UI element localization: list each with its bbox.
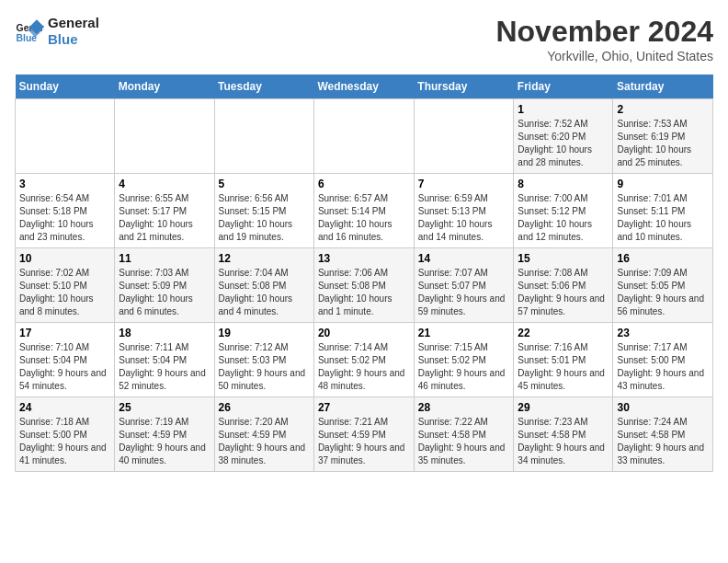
calendar-cell: 15Sunrise: 7:08 AM Sunset: 5:06 PM Dayli… — [514, 248, 613, 323]
calendar-cell: 6Sunrise: 6:57 AM Sunset: 5:14 PM Daylig… — [313, 174, 414, 248]
day-number: 2 — [617, 103, 709, 116]
day-number: 16 — [617, 252, 709, 265]
day-info: Sunrise: 7:52 AM Sunset: 6:20 PM Dayligh… — [518, 118, 609, 169]
day-info: Sunrise: 7:00 AM Sunset: 5:12 PM Dayligh… — [518, 192, 609, 244]
day-info: Sunrise: 7:21 AM Sunset: 4:59 PM Dayligh… — [318, 416, 410, 467]
day-number: 22 — [518, 327, 609, 339]
calendar-cell: 28Sunrise: 7:22 AM Sunset: 4:58 PM Dayli… — [414, 397, 514, 472]
calendar-cell: 14Sunrise: 7:07 AM Sunset: 5:07 PM Dayli… — [414, 248, 514, 323]
day-number: 9 — [617, 178, 709, 190]
day-number: 25 — [119, 401, 210, 414]
day-info: Sunrise: 7:04 AM Sunset: 5:08 PM Dayligh… — [219, 267, 310, 318]
calendar-cell: 2Sunrise: 7:53 AM Sunset: 6:19 PM Daylig… — [613, 99, 713, 174]
day-number: 8 — [518, 178, 609, 190]
calendar-cell: 8Sunrise: 7:00 AM Sunset: 5:12 PM Daylig… — [514, 174, 613, 248]
calendar-cell: 21Sunrise: 7:15 AM Sunset: 5:02 PM Dayli… — [414, 323, 514, 397]
day-info: Sunrise: 7:18 AM Sunset: 5:00 PM Dayligh… — [19, 416, 110, 467]
day-number: 23 — [617, 327, 709, 339]
calendar-cell: 19Sunrise: 7:12 AM Sunset: 5:03 PM Dayli… — [214, 323, 313, 397]
calendar-cell: 5Sunrise: 6:56 AM Sunset: 5:15 PM Daylig… — [214, 174, 313, 248]
calendar-cell: 9Sunrise: 7:01 AM Sunset: 5:11 PM Daylig… — [613, 174, 713, 248]
day-info: Sunrise: 7:23 AM Sunset: 4:58 PM Dayligh… — [518, 416, 609, 467]
calendar-cell: 16Sunrise: 7:09 AM Sunset: 5:05 PM Dayli… — [613, 248, 713, 323]
calendar-cell — [414, 99, 514, 174]
month-title: November 2024 — [495, 15, 713, 49]
calendar-cell: 1Sunrise: 7:52 AM Sunset: 6:20 PM Daylig… — [514, 99, 613, 174]
day-number: 12 — [219, 252, 310, 265]
day-number: 14 — [418, 252, 510, 265]
logo-text-line2: Blue — [48, 31, 99, 48]
day-of-week-header: Sunday — [16, 75, 115, 99]
calendar-header: SundayMondayTuesdayWednesdayThursdayFrid… — [16, 75, 713, 99]
day-info: Sunrise: 6:54 AM Sunset: 5:18 PM Dayligh… — [19, 192, 110, 244]
day-number: 28 — [418, 401, 510, 414]
day-number: 26 — [219, 401, 310, 414]
location-subtitle: Yorkville, Ohio, United States — [495, 49, 713, 63]
calendar-cell: 10Sunrise: 7:02 AM Sunset: 5:10 PM Dayli… — [16, 248, 115, 323]
day-number: 15 — [518, 252, 609, 265]
day-number: 19 — [219, 327, 310, 339]
day-info: Sunrise: 7:02 AM Sunset: 5:10 PM Dayligh… — [19, 267, 110, 318]
day-info: Sunrise: 7:12 AM Sunset: 5:03 PM Dayligh… — [219, 341, 310, 393]
day-number: 27 — [318, 401, 410, 414]
day-info: Sunrise: 7:15 AM Sunset: 5:02 PM Dayligh… — [418, 341, 510, 393]
day-number: 17 — [19, 327, 110, 339]
day-number: 6 — [318, 178, 410, 190]
calendar-cell: 18Sunrise: 7:11 AM Sunset: 5:04 PM Dayli… — [115, 323, 214, 397]
day-info: Sunrise: 6:59 AM Sunset: 5:13 PM Dayligh… — [418, 192, 510, 244]
calendar-cell — [214, 99, 313, 174]
calendar-cell: 26Sunrise: 7:20 AM Sunset: 4:59 PM Dayli… — [214, 397, 313, 472]
day-info: Sunrise: 7:10 AM Sunset: 5:04 PM Dayligh… — [19, 341, 110, 393]
day-number: 21 — [418, 327, 510, 339]
day-info: Sunrise: 7:07 AM Sunset: 5:07 PM Dayligh… — [418, 267, 510, 318]
day-info: Sunrise: 7:22 AM Sunset: 4:58 PM Dayligh… — [418, 416, 510, 467]
day-of-week-header: Monday — [115, 75, 214, 99]
logo-text-line1: General — [48, 15, 99, 31]
day-number: 3 — [19, 178, 110, 190]
calendar-cell — [115, 99, 214, 174]
calendar-cell: 25Sunrise: 7:19 AM Sunset: 4:59 PM Dayli… — [115, 397, 214, 472]
day-info: Sunrise: 7:19 AM Sunset: 4:59 PM Dayligh… — [119, 416, 210, 467]
day-of-week-header: Wednesday — [313, 75, 414, 99]
calendar-cell: 23Sunrise: 7:17 AM Sunset: 5:00 PM Dayli… — [613, 323, 713, 397]
day-of-week-header: Tuesday — [214, 75, 313, 99]
day-info: Sunrise: 6:55 AM Sunset: 5:17 PM Dayligh… — [119, 192, 210, 244]
calendar-table: SundayMondayTuesdayWednesdayThursdayFrid… — [15, 75, 713, 472]
title-block: November 2024 Yorkville, Ohio, United St… — [495, 15, 713, 63]
calendar-cell: 30Sunrise: 7:24 AM Sunset: 4:58 PM Dayli… — [613, 397, 713, 472]
calendar-cell: 12Sunrise: 7:04 AM Sunset: 5:08 PM Dayli… — [214, 248, 313, 323]
day-number: 29 — [518, 401, 609, 414]
day-number: 18 — [119, 327, 210, 339]
day-info: Sunrise: 7:03 AM Sunset: 5:09 PM Dayligh… — [119, 267, 210, 318]
day-info: Sunrise: 7:24 AM Sunset: 4:58 PM Dayligh… — [617, 416, 709, 467]
day-number: 7 — [418, 178, 510, 190]
day-number: 1 — [518, 103, 609, 116]
day-info: Sunrise: 7:08 AM Sunset: 5:06 PM Dayligh… — [518, 267, 609, 318]
day-number: 13 — [318, 252, 410, 265]
day-number: 30 — [617, 401, 709, 414]
calendar-cell: 7Sunrise: 6:59 AM Sunset: 5:13 PM Daylig… — [414, 174, 514, 248]
day-number: 10 — [19, 252, 110, 265]
logo: General Blue General Blue — [15, 15, 99, 48]
calendar-cell: 20Sunrise: 7:14 AM Sunset: 5:02 PM Dayli… — [313, 323, 414, 397]
calendar-cell: 3Sunrise: 6:54 AM Sunset: 5:18 PM Daylig… — [16, 174, 115, 248]
day-info: Sunrise: 6:56 AM Sunset: 5:15 PM Dayligh… — [219, 192, 310, 244]
day-info: Sunrise: 7:53 AM Sunset: 6:19 PM Dayligh… — [617, 118, 709, 169]
day-info: Sunrise: 7:11 AM Sunset: 5:04 PM Dayligh… — [119, 341, 210, 393]
calendar-cell: 27Sunrise: 7:21 AM Sunset: 4:59 PM Dayli… — [313, 397, 414, 472]
day-of-week-header: Saturday — [613, 75, 713, 99]
day-number: 4 — [119, 178, 210, 190]
day-number: 5 — [219, 178, 310, 190]
day-info: Sunrise: 6:57 AM Sunset: 5:14 PM Dayligh… — [318, 192, 410, 244]
calendar-cell: 24Sunrise: 7:18 AM Sunset: 5:00 PM Dayli… — [16, 397, 115, 472]
day-info: Sunrise: 7:09 AM Sunset: 5:05 PM Dayligh… — [617, 267, 709, 318]
calendar-cell: 4Sunrise: 6:55 AM Sunset: 5:17 PM Daylig… — [115, 174, 214, 248]
day-info: Sunrise: 7:17 AM Sunset: 5:00 PM Dayligh… — [617, 341, 709, 393]
day-info: Sunrise: 7:16 AM Sunset: 5:01 PM Dayligh… — [518, 341, 609, 393]
calendar-cell: 22Sunrise: 7:16 AM Sunset: 5:01 PM Dayli… — [514, 323, 613, 397]
calendar-cell — [313, 99, 414, 174]
day-info: Sunrise: 7:06 AM Sunset: 5:08 PM Dayligh… — [318, 267, 410, 318]
day-number: 20 — [318, 327, 410, 339]
day-info: Sunrise: 7:01 AM Sunset: 5:11 PM Dayligh… — [617, 192, 709, 244]
day-of-week-header: Friday — [514, 75, 613, 99]
